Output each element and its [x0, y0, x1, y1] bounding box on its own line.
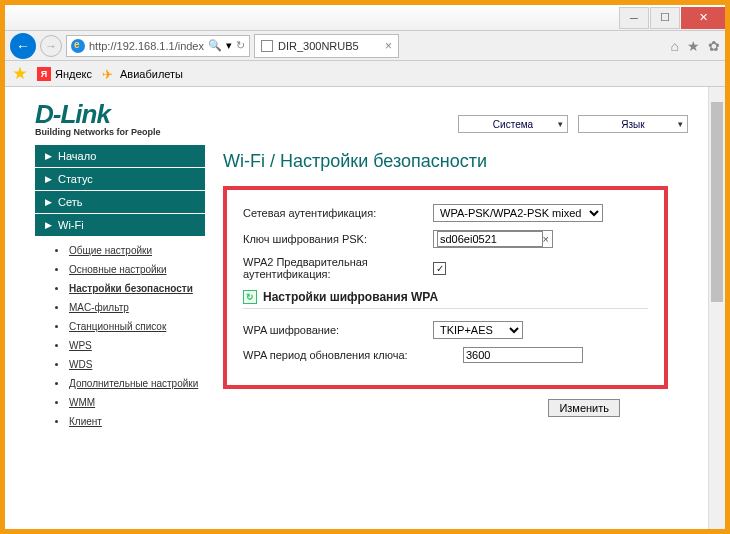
label-rekey-period: WPA период обновления ключа: [243, 349, 463, 361]
label-encryption: WPA шифрование: [243, 324, 433, 336]
sidebar-item-status[interactable]: ▶Статус [35, 168, 205, 191]
page-icon [261, 40, 273, 52]
window-close-button[interactable]: ✕ [681, 7, 725, 29]
browser-toolbar: ← → http://192.168.1.1/index 🔍 ▾ ↻ DIR_3… [5, 31, 725, 61]
subnav-advanced[interactable]: Дополнительные настройки [55, 374, 205, 393]
label-auth: Сетевая аутентификация: [243, 207, 433, 219]
menu-system[interactable]: Система [458, 115, 568, 133]
select-auth[interactable]: WPA-PSK/WPA2-PSK mixed [433, 204, 603, 222]
apply-button[interactable]: Изменить [548, 399, 620, 417]
favorite-aviabilety[interactable]: Авиабилеты [102, 67, 183, 81]
yandex-icon: Я [37, 67, 51, 81]
sidebar-item-start[interactable]: ▶Начало [35, 145, 205, 168]
psk-input-wrapper: × [433, 230, 553, 248]
subnav-client[interactable]: Клиент [55, 412, 205, 431]
triangle-icon: ▶ [45, 174, 52, 184]
triangle-icon: ▶ [45, 197, 52, 207]
security-settings-panel: Сетевая аутентификация: WPA-PSK/WPA2-PSK… [223, 186, 668, 389]
subnav-security[interactable]: Настройки безопасности [55, 279, 205, 298]
address-bar[interactable]: http://192.168.1.1/index 🔍 ▾ ↻ [66, 35, 250, 57]
sidebar: ▶Начало ▶Статус ▶Сеть ▶Wi-Fi Общие настр… [35, 145, 205, 435]
window-minimize-button[interactable]: ─ [619, 7, 649, 29]
add-favorite-button[interactable] [13, 67, 27, 81]
tab-title: DIR_300NRUB5 [278, 40, 380, 52]
sidebar-item-wifi[interactable]: ▶Wi-Fi [35, 214, 205, 237]
section-wpa-encryption: ↻ Настройки шифрования WPA [243, 290, 648, 309]
brand-tagline: Building Networks for People [35, 127, 161, 137]
subnav-general[interactable]: Общие настройки [55, 241, 205, 260]
tab-close-icon[interactable]: × [385, 39, 392, 53]
label-psk: Ключ шифрования PSK: [243, 233, 433, 245]
input-psk[interactable] [437, 231, 543, 247]
dropdown-icon[interactable]: ▾ [226, 39, 232, 52]
subnav-wmm[interactable]: WMM [55, 393, 205, 412]
star-icon [13, 67, 27, 81]
window-maximize-button[interactable]: ☐ [650, 7, 680, 29]
window-titlebar: ─ ☐ ✕ [5, 5, 725, 31]
label-preauth: WPA2 Предварительная аутентификация: [243, 256, 433, 280]
url-text: http://192.168.1.1/index [89, 40, 204, 52]
nav-forward-button[interactable]: → [40, 35, 62, 57]
favorite-label: Яндекс [55, 68, 92, 80]
triangle-icon: ▶ [45, 220, 52, 230]
subnav-station-list[interactable]: Станционный список [55, 317, 205, 336]
scrollbar[interactable] [708, 87, 725, 529]
ie-icon [71, 39, 85, 53]
scrollbar-thumb[interactable] [711, 102, 723, 302]
favorite-yandex[interactable]: Я Яндекс [37, 67, 92, 81]
refresh-icon[interactable]: ↻ [236, 39, 245, 52]
subnav-wps[interactable]: WPS [55, 336, 205, 355]
menu-language[interactable]: Язык [578, 115, 688, 133]
subnav-mac-filter[interactable]: MAC-фильтр [55, 298, 205, 317]
nav-back-button[interactable]: ← [10, 33, 36, 59]
triangle-icon: ▶ [45, 151, 52, 161]
favorite-label: Авиабилеты [120, 68, 183, 80]
select-encryption[interactable]: TKIP+AES [433, 321, 523, 339]
checkbox-preauth[interactable]: ✓ [433, 262, 446, 275]
search-icon[interactable]: 🔍 [208, 39, 222, 52]
section-icon: ↻ [243, 290, 257, 304]
sidebar-submenu: Общие настройки Основные настройки Настр… [35, 237, 205, 435]
plane-icon [102, 67, 116, 81]
subnav-wds[interactable]: WDS [55, 355, 205, 374]
subnav-basic[interactable]: Основные настройки [55, 260, 205, 279]
favorites-bar: Я Яндекс Авиабилеты [5, 61, 725, 87]
input-rekey-period[interactable] [463, 347, 583, 363]
tools-icon[interactable]: ✿ [708, 38, 720, 54]
brand-logo: D-Link [35, 99, 161, 130]
page-title: Wi-Fi / Настройки безопасности [223, 151, 668, 172]
clear-icon[interactable]: × [543, 233, 549, 245]
home-icon[interactable]: ⌂ [671, 38, 679, 54]
favorites-icon[interactable]: ★ [687, 38, 700, 54]
browser-tab[interactable]: DIR_300NRUB5 × [254, 34, 399, 58]
sidebar-item-network[interactable]: ▶Сеть [35, 191, 205, 214]
